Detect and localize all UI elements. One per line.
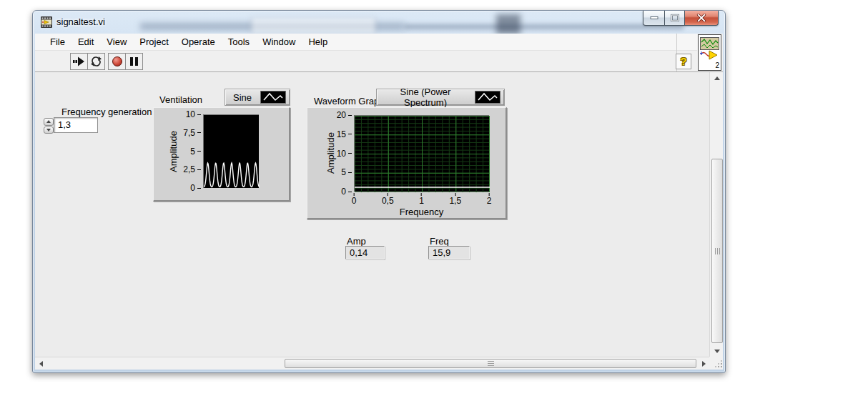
pause-icon [130, 57, 138, 66]
increment-button[interactable] [44, 118, 54, 126]
menu-item-file[interactable]: File [44, 34, 71, 50]
y-tick: 5 [190, 147, 201, 157]
menu-item-view[interactable]: View [100, 34, 133, 50]
window-title: signaltest.vi [56, 11, 105, 33]
horizontal-scrollbar-thumb[interactable] [285, 359, 696, 368]
up-arrow-icon [714, 76, 720, 80]
y-tick: 10 [337, 149, 352, 159]
right-arrow-icon [702, 361, 706, 367]
horizontal-scrollbar[interactable] [35, 357, 709, 370]
waveform-x-axis-label: Frequency [354, 207, 489, 217]
x-tick: 0 [352, 193, 357, 206]
titlebar[interactable]: signaltest.vi [33, 11, 725, 34]
y-tick: 0 [190, 183, 201, 193]
y-tick: 5 [341, 167, 352, 177]
restore-button[interactable] [664, 11, 685, 26]
ventilation-chart-label: Ventilation [159, 94, 202, 105]
y-tick: 20 [337, 110, 352, 120]
glass-reflection [405, 24, 684, 29]
scroll-left-button[interactable] [35, 357, 46, 370]
pause-button[interactable] [125, 53, 143, 70]
run-button[interactable] [70, 53, 88, 70]
ventilation-legend-button[interactable]: Sine [225, 89, 290, 106]
vi-icon-badge: 2 [715, 61, 719, 69]
vertical-scrollbar-thumb[interactable] [711, 159, 723, 343]
close-button[interactable] [684, 11, 719, 26]
thumb-grip [715, 248, 720, 254]
scroll-right-button[interactable] [698, 357, 709, 370]
client-area: FileEditViewProjectOperateToolsWindowHel… [35, 34, 723, 370]
menu-item-help[interactable]: Help [302, 34, 334, 50]
down-arrow-icon [714, 350, 720, 353]
front-panel: Frequency generation 1,3 Ventilation Sin… [35, 72, 709, 357]
y-tick: 15 [337, 129, 352, 139]
minimize-button[interactable] [643, 11, 665, 26]
toolbar [35, 51, 697, 71]
glass-reflection [496, 14, 521, 34]
x-tick: 1,5 [449, 193, 461, 206]
glass-reflection [140, 23, 405, 30]
menu-item-project[interactable]: Project [133, 34, 174, 50]
x-tick: 0,5 [382, 193, 394, 206]
decrement-button[interactable] [44, 127, 54, 134]
scroll-down-button[interactable] [710, 345, 723, 357]
y-tick: 10 [186, 109, 201, 119]
close-icon [697, 14, 706, 22]
amp-label: Amp [347, 236, 366, 247]
glass-reflection [251, 17, 376, 34]
menu-item-operate[interactable]: Operate [175, 34, 222, 50]
resize-corner[interactable] [709, 357, 723, 370]
run-continuous-button[interactable] [87, 53, 105, 70]
sine-plot-style-icon [260, 91, 286, 104]
frequency-generation-input[interactable]: 1,3 [54, 117, 98, 133]
waveform-y-ticks: 20151050 [307, 115, 352, 192]
context-help-button[interactable]: ? [676, 54, 691, 69]
waveform-plot-area[interactable] [354, 115, 489, 192]
abort-stop-icon [112, 56, 122, 66]
restore-icon [671, 14, 679, 22]
down-arrow-icon [46, 129, 51, 132]
x-tick: 2 [487, 193, 492, 206]
waveform-graph[interactable]: Amplitude 20151050 00,511,52 Frequency [307, 107, 507, 219]
labview-app-icon [41, 16, 52, 28]
minimize-icon [650, 16, 659, 20]
ventilation-y-ticks: 107,552,50 [154, 114, 201, 188]
menubar: FileEditViewProjectOperateToolsWindowHel… [35, 34, 697, 51]
vi-icon [700, 37, 719, 61]
frequency-spinner [44, 118, 54, 134]
freq-value: 15,9 [428, 246, 470, 259]
frequency-generation-label: Frequency generation [61, 107, 152, 117]
ventilation-plot-area[interactable] [203, 114, 259, 188]
menu-item-edit[interactable]: Edit [71, 34, 100, 50]
freq-label: Freq [430, 236, 449, 247]
ventilation-legend-text: Sine [229, 92, 256, 103]
y-tick: 0 [341, 187, 352, 197]
menu-item-window[interactable]: Window [256, 34, 302, 50]
vertical-scrollbar[interactable] [709, 72, 723, 357]
left-arrow-icon [39, 361, 43, 367]
resize-grip-icon [721, 366, 722, 367]
ventilation-chart[interactable]: Amplitude 107,552,50 [153, 107, 290, 202]
y-tick: 7,5 [183, 128, 201, 138]
waveform-legend-button[interactable]: Sine (Power Spectrum) [376, 89, 505, 106]
waveform-legend-text: Sine (Power Spectrum) [380, 86, 470, 108]
amp-value: 0,14 [345, 246, 385, 259]
vi-icon-button[interactable]: 2 [698, 34, 721, 71]
scroll-up-button[interactable] [710, 72, 723, 84]
abort-button[interactable] [108, 53, 126, 70]
run-continuous-icon [90, 56, 102, 67]
labview-window: signaltest.vi FileEditViewProjectOperate… [32, 10, 726, 373]
up-arrow-icon [46, 120, 51, 123]
waveform-graph-label: Waveform Graph [314, 96, 385, 107]
thumb-grip [488, 361, 494, 366]
x-tick: 1 [419, 193, 424, 206]
run-arrow-icon [73, 56, 85, 67]
y-tick: 2,5 [183, 164, 201, 174]
menu-item-tools[interactable]: Tools [222, 34, 256, 50]
power-spectrum-plot-style-icon [475, 91, 500, 104]
